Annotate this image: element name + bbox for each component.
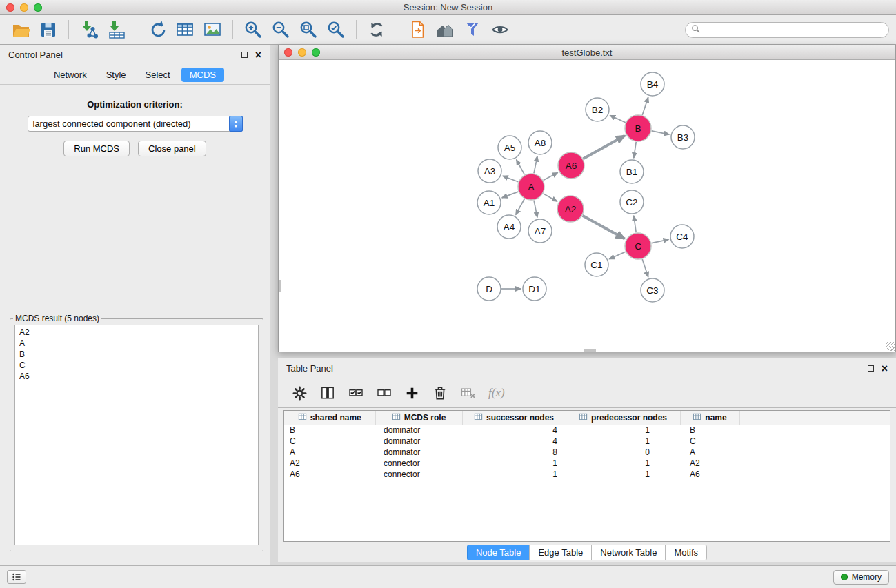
- gear-icon[interactable]: [292, 385, 308, 401]
- close-panel-button[interactable]: Close panel: [138, 141, 206, 156]
- graph-edge[interactable]: [642, 259, 648, 277]
- close-table-panel-icon[interactable]: ×: [882, 365, 888, 373]
- trash-icon[interactable]: [432, 385, 448, 401]
- zoom-window-button[interactable]: [34, 3, 42, 12]
- graph-node-A1[interactable]: A1: [477, 191, 501, 214]
- graph-node-B1[interactable]: B1: [620, 160, 644, 183]
- criterion-dropdown[interactable]: largest connected component (directed): [28, 116, 243, 132]
- graph-node-C2[interactable]: C2: [620, 190, 644, 214]
- import-table-icon[interactable]: [104, 17, 129, 42]
- table-delete-icon[interactable]: [460, 385, 477, 401]
- zoom-out-icon[interactable]: [268, 17, 293, 42]
- filter-icon[interactable]: [460, 17, 485, 42]
- graph-node-A[interactable]: A: [518, 174, 544, 200]
- column-icon[interactable]: [319, 385, 336, 401]
- network-minimize-button[interactable]: [298, 48, 306, 57]
- graph-node-D[interactable]: D: [477, 277, 501, 301]
- run-mcds-button[interactable]: Run MCDS: [63, 141, 130, 156]
- graph-edge[interactable]: [534, 201, 537, 218]
- graph-node-B4[interactable]: B4: [641, 72, 664, 96]
- table-row[interactable]: Bdominator41B: [284, 425, 890, 436]
- table-row[interactable]: A6connector11A6: [284, 469, 890, 480]
- graph-edge[interactable]: [609, 252, 626, 259]
- graph-edge[interactable]: [652, 131, 670, 134]
- tab-style[interactable]: Style: [98, 68, 135, 82]
- network-canvas[interactable]: B4B2BB3A5A8A6B1A3AC2A1A2A4A7C4CC1C3DD1: [279, 61, 895, 352]
- deselect-icon[interactable]: [376, 385, 392, 401]
- graph-node-A5[interactable]: A5: [498, 136, 521, 159]
- zoom-in-icon[interactable]: [241, 17, 266, 42]
- graph-edge[interactable]: [634, 142, 636, 158]
- graph-node-A3[interactable]: A3: [478, 159, 501, 183]
- graph-node-B[interactable]: B: [625, 115, 651, 141]
- graph-node-A4[interactable]: A4: [497, 215, 521, 239]
- tab-mcds[interactable]: MCDS: [181, 68, 224, 82]
- clone-network-icon[interactable]: [145, 17, 170, 42]
- graph-edge[interactable]: [544, 172, 558, 180]
- table-row[interactable]: Adominator80A: [284, 447, 890, 458]
- column-header-MCDS-role[interactable]: MCDS role: [375, 411, 462, 425]
- graph-node-A8[interactable]: A8: [528, 131, 552, 154]
- column-header-predecessor-nodes[interactable]: predecessor nodes: [566, 411, 680, 425]
- minimize-window-button[interactable]: [20, 3, 28, 12]
- list-item[interactable]: A2: [15, 327, 258, 338]
- tab-network[interactable]: Network: [46, 68, 95, 82]
- save-icon[interactable]: [36, 17, 61, 42]
- mcds-result-list[interactable]: A2ABCA6: [14, 325, 259, 545]
- graph-edge[interactable]: [583, 216, 625, 239]
- graph-node-D1[interactable]: D1: [523, 277, 546, 301]
- network-table-icon[interactable]: [172, 17, 197, 42]
- import-network-icon[interactable]: [77, 17, 101, 42]
- vertical-scrollbar[interactable]: [279, 280, 281, 292]
- graph-node-A2[interactable]: A2: [557, 196, 584, 222]
- memory-button[interactable]: Memory: [833, 570, 889, 585]
- plus-icon[interactable]: [404, 385, 420, 401]
- column-header-shared-name[interactable]: shared name: [284, 411, 375, 425]
- graph-edge[interactable]: [642, 97, 648, 115]
- list-item[interactable]: B: [15, 349, 258, 360]
- graph-edge[interactable]: [503, 176, 519, 182]
- graph-edge[interactable]: [584, 136, 625, 159]
- tab-edge-table[interactable]: Edge Table: [529, 545, 592, 560]
- table-row[interactable]: Cdominator41C: [284, 436, 890, 447]
- network-close-button[interactable]: [284, 48, 292, 57]
- search-box[interactable]: [685, 22, 889, 38]
- graph-node-A7[interactable]: A7: [528, 219, 552, 243]
- graph-node-C1[interactable]: C1: [585, 253, 608, 276]
- tab-network-table[interactable]: Network Table: [591, 545, 666, 560]
- graph-edge[interactable]: [543, 194, 557, 201]
- list-item[interactable]: C: [15, 360, 258, 371]
- search-input[interactable]: [704, 23, 888, 37]
- zoom-selected-icon[interactable]: [323, 17, 348, 42]
- graph-edge[interactable]: [517, 160, 525, 175]
- zoom-fit-icon[interactable]: [296, 17, 321, 42]
- list-item[interactable]: A6: [15, 371, 258, 382]
- panel-toggle-button[interactable]: [7, 570, 26, 584]
- graph-edge[interactable]: [634, 216, 636, 232]
- close-window-button[interactable]: [6, 3, 14, 12]
- graph-node-B2[interactable]: B2: [586, 98, 609, 121]
- function-builder-icon[interactable]: f(x): [488, 386, 505, 400]
- tab-node-table[interactable]: Node Table: [467, 545, 530, 560]
- float-panel-icon[interactable]: [241, 52, 248, 58]
- tab-motifs[interactable]: Motifs: [665, 545, 707, 560]
- column-header-successor-nodes[interactable]: successor nodes: [462, 411, 566, 425]
- graph-node-C3[interactable]: C3: [641, 278, 664, 302]
- graph-node-A6[interactable]: A6: [558, 152, 584, 179]
- float-table-panel-icon[interactable]: [868, 365, 874, 372]
- horizontal-scrollbar[interactable]: [584, 349, 596, 352]
- eye-icon[interactable]: [488, 17, 512, 42]
- home-icon[interactable]: [432, 17, 457, 42]
- select-all-icon[interactable]: [348, 385, 364, 401]
- export-image-icon[interactable]: [200, 17, 225, 42]
- dropdown-stepper-icon[interactable]: [229, 116, 243, 132]
- network-window-titlebar[interactable]: testGlobe.txt: [279, 45, 895, 60]
- table-row[interactable]: A2connector11A2: [284, 458, 890, 469]
- graph-edge[interactable]: [610, 115, 626, 122]
- graph-node-C[interactable]: C: [625, 233, 651, 259]
- graph-edge[interactable]: [652, 239, 669, 243]
- tab-select[interactable]: Select: [137, 68, 179, 82]
- graph-node-C4[interactable]: C4: [670, 225, 694, 248]
- graph-edge[interactable]: [534, 156, 537, 174]
- page-icon[interactable]: [405, 17, 430, 42]
